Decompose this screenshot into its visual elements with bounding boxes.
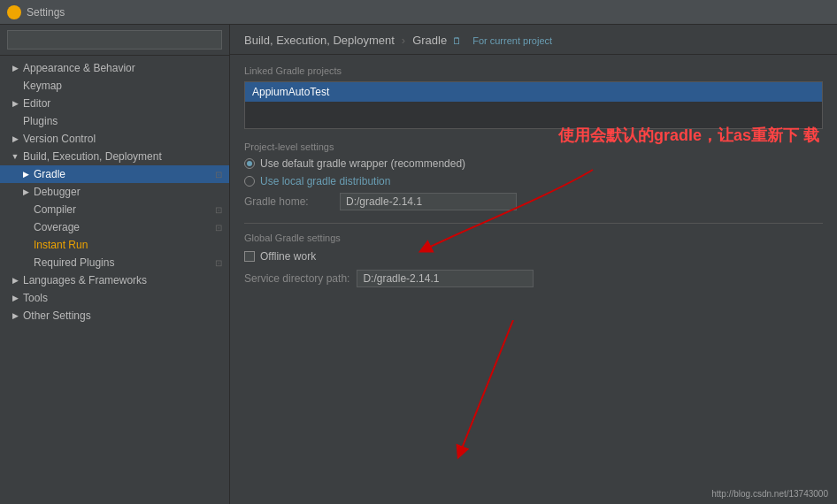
sidebar-item-label: Build, Execution, Deployment xyxy=(23,150,162,163)
offline-work-checkbox[interactable] xyxy=(244,251,255,262)
breadcrumb-part1: Build, Execution, Deployment xyxy=(244,34,395,47)
sidebar-item-keymap[interactable]: Keymap xyxy=(0,77,229,95)
sidebar: ▶ Appearance & Behavior Keymap ▶ Editor … xyxy=(0,25,230,504)
sidebar-item-label: Compiler xyxy=(34,203,76,216)
expand-arrow-icon: ▶ xyxy=(11,311,19,320)
sidebar-item-debugger[interactable]: ▶ Debugger xyxy=(0,183,229,201)
global-gradle-settings: Global Gradle settings Offline work Serv… xyxy=(244,233,823,287)
gradle-home-label: Gradle home: xyxy=(244,195,333,208)
annotation-arrow2 xyxy=(425,320,602,462)
project-level-label: Project-level settings xyxy=(244,141,823,152)
sidebar-item-languages[interactable]: ▶ Languages & Frameworks xyxy=(0,271,229,289)
sidebar-item-tools[interactable]: ▶ Tools xyxy=(0,289,229,307)
expand-arrow-icon: ▶ xyxy=(11,294,19,302)
service-directory-label: Service directory path: xyxy=(244,272,349,285)
sidebar-item-label: Instant Run xyxy=(34,239,88,251)
title-bar: Settings xyxy=(0,0,837,25)
project-level-settings: Project-level settings Use default gradl… xyxy=(244,141,823,210)
linked-box-empty xyxy=(245,102,822,128)
global-settings-label: Global Gradle settings xyxy=(244,233,823,243)
sidebar-item-editor[interactable]: ▶ Editor xyxy=(0,95,229,112)
content-header: Build, Execution, Deployment › Gradle 🗒 … xyxy=(230,25,837,55)
window-title: Settings xyxy=(27,6,65,19)
sidebar-item-appearance[interactable]: ▶ Appearance & Behavior xyxy=(0,59,229,77)
content-area: Build, Execution, Deployment › Gradle 🗒 … xyxy=(230,25,837,504)
sidebar-item-label: Required Plugins xyxy=(34,256,114,269)
breadcrumb-part2: Gradle xyxy=(412,34,447,47)
radio-default-wrapper-label: Use default gradle wrapper (recommended) xyxy=(260,157,465,170)
expand-arrow-icon: ▶ xyxy=(11,134,19,143)
for-project-label: For current project xyxy=(472,35,552,46)
sidebar-item-build[interactable]: ▼ Build, Execution, Deployment xyxy=(0,148,229,165)
nav-spacer xyxy=(21,223,30,232)
radio-local-dist[interactable]: Use local gradle distribution xyxy=(244,175,823,187)
sidebar-item-required-plugins[interactable]: Required Plugins ⊡ xyxy=(0,254,229,271)
sidebar-item-label: Appearance & Behavior xyxy=(23,62,135,74)
sidebar-item-label: Editor xyxy=(23,97,50,110)
sidebar-item-instant-run[interactable]: Instant Run xyxy=(0,236,229,254)
sidebar-item-label: Other Settings xyxy=(23,309,91,322)
badge-icon: ⊡ xyxy=(215,258,222,268)
linked-project-item[interactable]: AppiumAutoTest xyxy=(245,82,822,102)
linked-projects-box: AppiumAutoTest xyxy=(244,81,823,129)
expand-arrow-icon: ▶ xyxy=(21,170,30,179)
watermark: http://blog.csdn.net/13743000 xyxy=(711,489,828,499)
expand-arrow-icon: ▼ xyxy=(11,152,19,161)
nav-spacer xyxy=(11,81,19,90)
search-box xyxy=(0,25,229,56)
badge-icon: ⊡ xyxy=(215,170,222,179)
badge-icon: ⊡ xyxy=(215,205,222,215)
radio-local-dist-label: Use local gradle distribution xyxy=(260,175,390,187)
radio-button-checked[interactable] xyxy=(244,158,255,169)
sidebar-item-label: Plugins xyxy=(23,115,58,127)
expand-arrow-icon: ▶ xyxy=(11,64,19,73)
radio-button-unchecked[interactable] xyxy=(244,176,255,187)
content-body: Linked Gradle projects AppiumAutoTest Pr… xyxy=(230,55,837,504)
badge-icon: ⊡ xyxy=(215,223,222,233)
sidebar-item-plugins[interactable]: Plugins xyxy=(0,112,229,130)
app-icon xyxy=(7,5,21,19)
expand-arrow-icon: ▶ xyxy=(11,276,19,285)
sidebar-item-version-control[interactable]: ▶ Version Control xyxy=(0,130,229,148)
sidebar-item-other-settings[interactable]: ▶ Other Settings xyxy=(0,307,229,325)
expand-arrow-icon: ▶ xyxy=(11,99,19,108)
gradle-home-input[interactable] xyxy=(340,193,517,210)
nav-spacer xyxy=(21,241,30,249)
gradle-home-row: Gradle home: xyxy=(244,193,823,210)
main-layout: ▶ Appearance & Behavior Keymap ▶ Editor … xyxy=(0,25,837,504)
radio-default-wrapper[interactable]: Use default gradle wrapper (recommended) xyxy=(244,157,823,170)
nav-spacer xyxy=(21,205,30,214)
nav-spacer xyxy=(11,117,19,126)
sidebar-item-label: Version Control xyxy=(23,133,96,145)
sidebar-nav: ▶ Appearance & Behavior Keymap ▶ Editor … xyxy=(0,56,229,504)
sidebar-item-gradle[interactable]: ▶ Gradle ⊡ xyxy=(0,165,229,183)
sidebar-item-label: Tools xyxy=(23,292,48,304)
sidebar-item-compiler[interactable]: Compiler ⊡ xyxy=(0,201,229,218)
linked-projects-label: Linked Gradle projects xyxy=(244,65,823,76)
breadcrumb-separator: › xyxy=(402,34,405,47)
sidebar-item-coverage[interactable]: Coverage ⊡ xyxy=(0,218,229,236)
expand-arrow-icon: ▶ xyxy=(21,187,30,196)
sidebar-item-label: Debugger xyxy=(34,186,81,198)
service-directory-row: Service directory path: xyxy=(244,270,823,287)
offline-work-label: Offline work xyxy=(260,250,316,263)
offline-work-option[interactable]: Offline work xyxy=(244,250,823,263)
nav-spacer xyxy=(21,258,30,267)
settings-divider xyxy=(244,223,823,224)
project-icon: 🗒 xyxy=(452,35,462,46)
sidebar-item-label: Coverage xyxy=(34,221,80,233)
sidebar-item-label: Keymap xyxy=(23,80,62,92)
service-directory-input[interactable] xyxy=(357,270,534,287)
search-input[interactable] xyxy=(7,30,222,50)
sidebar-item-label: Gradle xyxy=(34,168,65,180)
sidebar-item-label: Languages & Frameworks xyxy=(23,274,147,286)
